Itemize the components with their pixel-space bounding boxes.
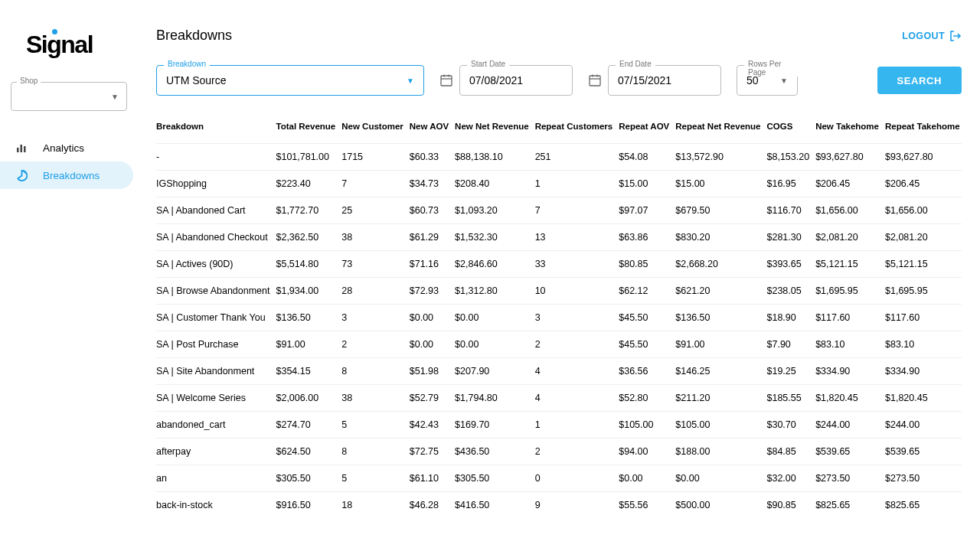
breakdown-select[interactable]: Breakdown UTM Source ▼: [156, 65, 424, 96]
table-row: SA | Browse Abandonment$1,934.0028$72.93…: [156, 278, 962, 305]
table-cell: $2,081.20: [885, 224, 962, 251]
column-header[interactable]: Breakdown: [156, 114, 276, 144]
table-cell: SA | Customer Thank You: [156, 305, 276, 331]
table-cell: $54.08: [619, 144, 675, 171]
logout-button[interactable]: LOGOUT: [902, 30, 962, 42]
table-cell: $42.43: [410, 412, 455, 439]
table-cell: an: [156, 465, 276, 492]
table-cell: SA | Abandoned Cart: [156, 197, 276, 224]
table-cell: $117.60: [815, 305, 885, 331]
column-header[interactable]: COGS: [767, 114, 816, 144]
table-cell: $2,362.50: [276, 224, 341, 251]
table-cell: $116.70: [767, 197, 816, 224]
table-cell: $7.90: [767, 331, 816, 358]
table-cell: $2,846.60: [455, 251, 535, 278]
table-cell: $1,820.45: [885, 385, 962, 412]
table-cell: $273.50: [885, 465, 962, 492]
table-cell: $34.73: [410, 171, 455, 197]
nav-analytics[interactable]: Analytics: [0, 134, 133, 161]
shop-label: Shop: [17, 77, 41, 85]
table-cell: $16.95: [767, 171, 816, 197]
table-cell: $169.70: [455, 412, 535, 439]
table-cell: 7: [535, 197, 619, 224]
table-row: SA | Actives (90D)$5,514.8073$71.16$2,84…: [156, 251, 962, 278]
search-button[interactable]: SEARCH: [877, 67, 962, 94]
table-cell: 5: [341, 465, 410, 492]
column-header[interactable]: Repeat Customers: [535, 114, 619, 144]
chevron-down-icon: ▼: [111, 93, 119, 101]
table-cell: SA | Actives (90D): [156, 251, 276, 278]
table-cell: $274.70: [276, 412, 341, 439]
table-cell: $188.00: [675, 439, 766, 465]
table-cell: $88,138.10: [455, 144, 535, 171]
table-body: -$101,781.001715$60.33$88,138.10251$54.0…: [156, 144, 962, 519]
breakdown-value: UTM Source: [166, 74, 227, 86]
table-cell: $36.56: [619, 358, 675, 385]
table-cell: $500.00: [675, 492, 766, 519]
table-cell: $830.20: [675, 224, 766, 251]
table-cell: $63.86: [619, 224, 675, 251]
table-row: SA | Welcome Series$2,006.0038$52.79$1,7…: [156, 385, 962, 412]
chevron-down-icon: ▼: [407, 77, 414, 85]
column-header[interactable]: New Customer: [341, 114, 410, 144]
table-header-row: BreakdownTotal RevenueNew CustomerNew AO…: [156, 114, 962, 144]
svg-rect-2: [24, 146, 26, 152]
table-cell: $72.75: [410, 439, 455, 465]
table-cell: 2: [535, 331, 619, 358]
chevron-down-icon: ▼: [780, 77, 788, 85]
column-header[interactable]: Repeat AOV: [619, 114, 675, 144]
calendar-icon: [439, 73, 453, 87]
table-cell: $91.00: [276, 331, 341, 358]
start-date-label: Start Date: [467, 60, 509, 68]
table-cell: $5,121.15: [815, 251, 885, 278]
table-cell: 1: [535, 412, 619, 439]
table-cell: 3: [535, 305, 619, 331]
table-cell: $13,572.90: [675, 144, 766, 171]
table-cell: $679.50: [675, 197, 766, 224]
nav-breakdowns[interactable]: Breakdowns: [0, 161, 133, 189]
table-cell: 8: [341, 358, 410, 385]
column-header[interactable]: Repeat Net Revenue: [675, 114, 766, 144]
table-cell: $1,772.70: [276, 197, 341, 224]
table-cell: 8: [341, 439, 410, 465]
end-date-group: End Date 07/15/2021: [588, 65, 721, 96]
table-cell: $207.90: [455, 358, 535, 385]
end-date-input[interactable]: End Date 07/15/2021: [608, 65, 721, 96]
table-cell: back-in-stock: [156, 492, 276, 519]
table-cell: $105.00: [619, 412, 675, 439]
start-date-input[interactable]: Start Date 07/08/2021: [459, 65, 573, 96]
table-cell: $83.10: [885, 331, 962, 358]
table-cell: SA | Site Abandonment: [156, 358, 276, 385]
rows-label: Rows Per Page: [744, 60, 798, 77]
table-cell: $1,820.45: [815, 385, 885, 412]
table-cell: $72.93: [410, 278, 455, 305]
table-cell: $825.65: [815, 492, 885, 519]
table-cell: $539.65: [815, 439, 885, 465]
main-content: Breakdowns LOGOUT Breakdown UTM Source ▼…: [138, 0, 980, 551]
column-header[interactable]: Total Revenue: [276, 114, 341, 144]
table-cell: $238.05: [767, 278, 816, 305]
table-cell: $60.33: [410, 144, 455, 171]
table-cell: $1,695.95: [885, 278, 962, 305]
table-cell: $30.70: [767, 412, 816, 439]
table-cell: $206.45: [815, 171, 885, 197]
table-cell: abandoned_cart: [156, 412, 276, 439]
table-cell: $825.65: [885, 492, 962, 519]
shop-select[interactable]: Shop ▼: [11, 82, 127, 111]
logout-icon: [949, 30, 962, 42]
column-header[interactable]: Repeat Takehome: [885, 114, 962, 144]
rows-per-page-select[interactable]: Rows Per Page 50 ▼: [737, 65, 798, 96]
table-cell: $305.50: [455, 465, 535, 492]
table-cell: $52.80: [619, 385, 675, 412]
table-cell: $539.65: [885, 439, 962, 465]
table-row: abandoned_cart$274.705$42.43$169.701$105…: [156, 412, 962, 439]
table-cell: $5,514.80: [276, 251, 341, 278]
table-cell: $0.00: [675, 465, 766, 492]
table-cell: 38: [341, 224, 410, 251]
table-cell: $15.00: [619, 171, 675, 197]
column-header[interactable]: New Takehome: [815, 114, 885, 144]
calendar-icon: [588, 73, 602, 87]
column-header[interactable]: New AOV: [410, 114, 455, 144]
table-cell: 28: [341, 278, 410, 305]
column-header[interactable]: New Net Revenue: [455, 114, 535, 144]
